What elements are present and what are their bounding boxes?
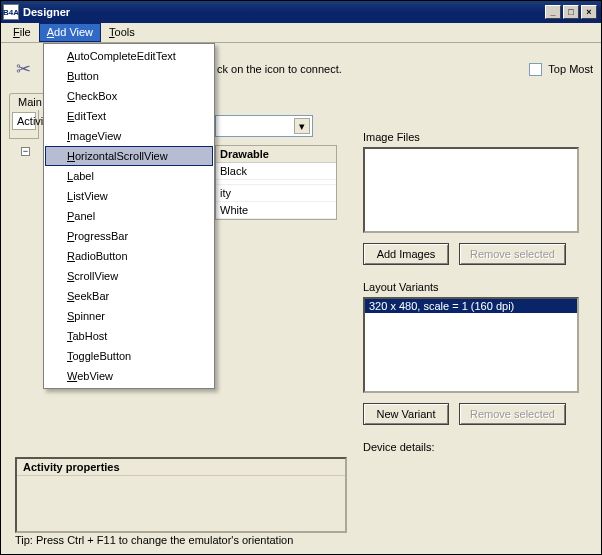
add-view-item-seekbar[interactable]: SeekBar xyxy=(45,286,213,306)
tip-text: Tip: Press Ctrl + F11 to change the emul… xyxy=(15,534,293,546)
window-controls: _ □ × xyxy=(545,5,597,19)
add-view-item-autocompleteedittext[interactable]: AutoCompleteEditText xyxy=(45,46,213,66)
add-images-button[interactable]: Add Images xyxy=(363,243,449,265)
layout-variants-listbox[interactable]: 320 x 480, scale = 1 (160 dpi) xyxy=(363,297,579,393)
new-variant-button[interactable]: New Variant xyxy=(363,403,449,425)
add-view-item-listview[interactable]: ListView xyxy=(45,186,213,206)
add-view-dropdown: AutoCompleteEditTextButtonCheckBoxEditTe… xyxy=(43,43,215,389)
add-view-item-button[interactable]: Button xyxy=(45,66,213,86)
connect-status-text: ck on the icon to connect. xyxy=(217,63,342,75)
window-title: Designer xyxy=(23,6,70,18)
add-view-item-scrollview[interactable]: ScrollView xyxy=(45,266,213,286)
remove-images-button[interactable]: Remove selected xyxy=(459,243,566,265)
chevron-down-icon[interactable]: ▾ xyxy=(294,118,310,134)
add-view-item-label[interactable]: Label xyxy=(45,166,213,186)
add-view-item-horizontalscrollview[interactable]: HorizontalScrollView xyxy=(45,146,213,166)
activity-properties-box: Activity properties xyxy=(15,457,347,533)
add-view-item-checkbox[interactable]: CheckBox xyxy=(45,86,213,106)
prop-row[interactable]: ity xyxy=(216,185,336,202)
add-view-item-tabhost[interactable]: TabHost xyxy=(45,326,213,346)
add-view-item-edittext[interactable]: EditText xyxy=(45,106,213,126)
minimize-button[interactable]: _ xyxy=(545,5,561,19)
title-bar: B4A Designer _ □ × xyxy=(1,1,601,23)
menu-file[interactable]: File xyxy=(5,23,39,42)
add-view-item-togglebutton[interactable]: ToggleButton xyxy=(45,346,213,366)
view-type-combo[interactable]: ▾ xyxy=(215,115,313,137)
image-files-listbox[interactable] xyxy=(363,147,579,233)
activity-properties-header: Activity properties xyxy=(17,459,345,476)
close-button[interactable]: × xyxy=(581,5,597,19)
add-view-item-imageview[interactable]: ImageView xyxy=(45,126,213,146)
menu-add-view[interactable]: Add View xyxy=(39,23,101,42)
maximize-button[interactable]: □ xyxy=(563,5,579,19)
tab-body: Activity xyxy=(9,109,39,139)
prop-row[interactable]: White xyxy=(216,202,336,219)
add-view-item-radiobutton[interactable]: RadioButton xyxy=(45,246,213,266)
layout-variants-label: Layout Variants xyxy=(363,281,587,293)
prop-row[interactable]: Black xyxy=(216,163,336,180)
topmost-wrap: Top Most xyxy=(529,63,593,76)
prop-header: Drawable xyxy=(216,146,336,163)
add-view-item-spinner[interactable]: Spinner xyxy=(45,306,213,326)
remove-variant-button[interactable]: Remove selected xyxy=(459,403,566,425)
menu-bar: File Add View Tools xyxy=(1,23,601,43)
add-view-item-progressbar[interactable]: ProgressBar xyxy=(45,226,213,246)
menu-tools[interactable]: Tools xyxy=(101,23,143,42)
add-view-item-webview[interactable]: WebView xyxy=(45,366,213,386)
device-details-label: Device details: xyxy=(363,441,587,453)
right-column: Image Files Add Images Remove selected L… xyxy=(363,131,587,457)
layout-variant-selected[interactable]: 320 x 480, scale = 1 (160 dpi) xyxy=(365,299,577,313)
topmost-label: Top Most xyxy=(548,63,593,75)
image-files-label: Image Files xyxy=(363,131,587,143)
tree-collapse-icon[interactable]: − xyxy=(21,147,30,156)
tab-activity[interactable]: Activity xyxy=(12,112,36,130)
properties-grid: Drawable Black ity White xyxy=(215,145,337,220)
connect-icon[interactable]: ✂ xyxy=(9,57,37,81)
add-view-item-panel[interactable]: Panel xyxy=(45,206,213,226)
app-icon: B4A xyxy=(3,4,19,20)
topmost-checkbox[interactable] xyxy=(529,63,542,76)
